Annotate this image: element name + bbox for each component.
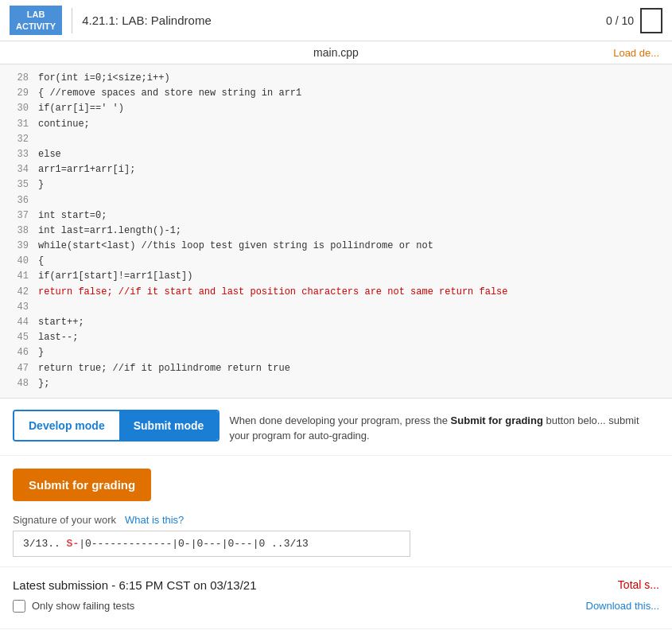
code-line: 43	[0, 300, 672, 315]
code-line: 46}	[0, 345, 672, 360]
code-line: 41if(arr1[start]!=arr1[last])	[0, 269, 672, 284]
score-text: 0 / 10	[606, 14, 634, 27]
submit-for-grading-button[interactable]: Submit for grading	[13, 469, 151, 501]
line-content: else	[38, 147, 61, 162]
signature-section: Signature of your work What is this? 3/1…	[0, 511, 672, 566]
code-section: main.cpp Load de... 28for(int i=0;i<size…	[0, 41, 672, 399]
line-content: };	[38, 376, 49, 391]
line-content: }	[38, 345, 44, 360]
line-content: while(start<last) //this loop test given…	[38, 239, 433, 254]
line-number: 29	[6, 86, 29, 101]
line-number: 48	[6, 376, 29, 391]
line-number: 41	[6, 269, 29, 284]
signature-label: Signature of your work What is this?	[13, 514, 659, 526]
line-content: }	[38, 177, 44, 193]
what-is-this-link[interactable]: What is this?	[125, 514, 184, 526]
submit-mode-button[interactable]: Submit mode	[119, 411, 219, 440]
line-content: {	[38, 254, 44, 269]
code-line: 44start++;	[0, 315, 672, 330]
page-title: 4.21.1: LAB: Palindrome	[82, 14, 606, 27]
compare-output-row[interactable]: 1: Compare output ⌃	[0, 628, 672, 638]
line-number: 36	[6, 193, 29, 208]
line-number: 39	[6, 239, 29, 254]
mode-section: Develop mode Submit mode When done devel…	[0, 399, 672, 456]
only-failing-text: Only show failing tests	[32, 600, 134, 612]
code-line: 47return true; //if it pollindrome retur…	[0, 361, 672, 376]
signature-box: 3/13.. S-|0-------------|0-|0---|0---|0 …	[13, 531, 410, 557]
download-link[interactable]: Download this...	[586, 600, 660, 612]
code-line: 36	[0, 193, 672, 208]
line-number: 32	[6, 132, 29, 147]
score-badge: 0 / 10	[606, 8, 662, 33]
line-number: 28	[6, 71, 29, 86]
line-number: 47	[6, 361, 29, 376]
load-default-link[interactable]: Load de...	[613, 47, 659, 59]
line-content: int start=0;	[38, 208, 107, 224]
line-content: if(arr1[start]!=arr1[last])	[38, 269, 192, 284]
line-number: 35	[6, 177, 29, 193]
code-line: 30if(arr[i]==' ')	[0, 101, 672, 116]
total-score: Total s...	[618, 578, 659, 591]
line-content: return false; //if it start and last pos…	[38, 285, 508, 300]
code-line: 45last--;	[0, 330, 672, 345]
code-line: 33else	[0, 147, 672, 162]
code-line: 29{ //remove spaces and store new string…	[0, 86, 672, 101]
checkbox-row: Only show failing tests Download this...	[13, 600, 659, 613]
mode-buttons: Develop mode Submit mode	[13, 410, 219, 442]
line-content: if(arr[i]==' ')	[38, 101, 124, 116]
flag-icon	[640, 8, 662, 33]
code-header: main.cpp Load de...	[0, 41, 672, 64]
code-editor[interactable]: 28for(int i=0;i<size;i++)29{ //remove sp…	[0, 64, 672, 398]
line-number: 45	[6, 330, 29, 345]
line-content: last--;	[38, 330, 78, 345]
lab-activity-label: LAB ACTIVITY	[10, 6, 62, 35]
develop-mode-button[interactable]: Develop mode	[14, 411, 119, 440]
code-line: 39while(start<last) //this loop test giv…	[0, 239, 672, 254]
line-number: 31	[6, 117, 29, 132]
code-line: 37int start=0;	[0, 208, 672, 224]
code-line: 40{	[0, 254, 672, 269]
line-content: return true; //if it pollindrome return …	[38, 361, 290, 376]
line-content: for(int i=0;i<size;i++)	[38, 71, 170, 86]
line-number: 34	[6, 162, 29, 177]
line-number: 40	[6, 254, 29, 269]
line-content: start++;	[38, 315, 84, 330]
code-line: 48};	[0, 376, 672, 391]
only-failing-label[interactable]: Only show failing tests	[13, 600, 134, 613]
line-number: 30	[6, 101, 29, 116]
submit-section: Submit for grading	[0, 456, 672, 511]
line-number: 44	[6, 315, 29, 330]
code-line: 31continue;	[0, 117, 672, 132]
submission-title: Latest submission - 6:15 PM CST on 03/13…	[13, 578, 257, 592]
mode-description: When done developing your program, press…	[229, 410, 659, 444]
header-divider	[72, 8, 72, 33]
line-content: int last=arr1.length()-1;	[38, 224, 181, 239]
line-number: 43	[6, 300, 29, 315]
submission-header: Latest submission - 6:15 PM CST on 03/13…	[13, 578, 659, 592]
header: LAB ACTIVITY 4.21.1: LAB: Palindrome 0 /…	[0, 0, 672, 41]
code-line: 42return false; //if it start and last p…	[0, 285, 672, 300]
line-number: 46	[6, 345, 29, 360]
line-number: 42	[6, 285, 29, 300]
mode-description-highlight: Submit for grading	[451, 414, 543, 426]
line-number: 37	[6, 208, 29, 224]
submission-section: Latest submission - 6:15 PM CST on 03/13…	[0, 566, 672, 628]
code-filename: main.cpp	[228, 46, 444, 59]
line-number: 33	[6, 147, 29, 162]
line-content: { //remove spaces and store new string i…	[38, 86, 301, 101]
code-line: 34arr1=arr1+arr[i];	[0, 162, 672, 177]
mode-description-before: When done developing your program, press…	[229, 414, 450, 426]
code-line: 35}	[0, 177, 672, 193]
code-line: 38int last=arr1.length()-1;	[0, 224, 672, 239]
line-number: 38	[6, 224, 29, 239]
line-content: continue;	[38, 117, 90, 132]
code-line: 32	[0, 132, 672, 147]
line-content: arr1=arr1+arr[i];	[38, 162, 135, 177]
code-line: 28for(int i=0;i<size;i++)	[0, 71, 672, 86]
only-failing-checkbox[interactable]	[13, 600, 25, 613]
